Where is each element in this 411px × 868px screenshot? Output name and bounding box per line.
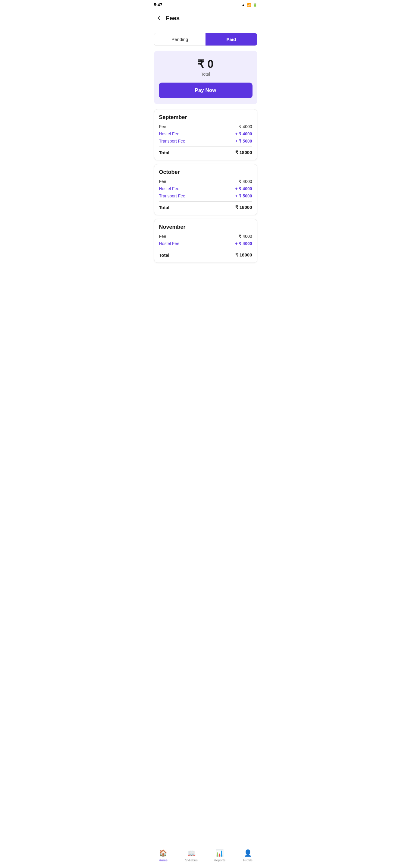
signal-icon: 📶 [247, 3, 251, 7]
addon-label: Hostel Fee [159, 186, 180, 191]
fee-total-row: Total ₹ 18000 [159, 205, 252, 210]
fee-row-addon: Transport Fee + ₹ 5000 [159, 193, 252, 198]
fee-row-base: Fee ₹ 4000 [159, 124, 252, 129]
status-time: 5:47 [154, 2, 162, 7]
addon-label: Transport Fee [159, 193, 185, 198]
reports-label: Reports [214, 858, 226, 862]
back-button[interactable] [154, 13, 164, 23]
bottom-navigation: 🏠 Home 📖 Syllabus 📊 Reports 👤 Profile [149, 846, 262, 868]
addon-amount: + ₹ 4000 [235, 131, 252, 136]
fee-label: Fee [159, 124, 166, 129]
profile-label: Profile [243, 858, 253, 862]
total-amount: ₹ 18000 [235, 150, 252, 155]
fee-amount: ₹ 4000 [239, 234, 252, 239]
wifi-icon: ▲ [241, 3, 245, 7]
reports-icon: 📊 [216, 849, 224, 857]
fee-month: November [159, 224, 252, 230]
fee-row-addon: Hostel Fee + ₹ 4000 [159, 186, 252, 191]
fee-row-addon: Hostel Fee + ₹ 4000 [159, 131, 252, 136]
addon-amount: + ₹ 5000 [235, 138, 252, 144]
fee-card-september: September Fee ₹ 4000 Hostel Fee + ₹ 4000… [154, 109, 257, 160]
fee-row-base: Fee ₹ 4000 [159, 234, 252, 239]
total-label: Total [159, 253, 170, 258]
page-header: Fees [149, 10, 262, 28]
addon-label: Hostel Fee [159, 241, 180, 246]
status-bar: 5:47 ▲ 📶 🔋 [149, 0, 262, 10]
addon-amount: + ₹ 5000 [235, 193, 252, 198]
home-icon: 🏠 [159, 849, 167, 857]
fee-summary: ₹ 0 Total Pay Now [154, 51, 257, 104]
fee-label: Fee [159, 234, 166, 239]
nav-item-reports[interactable]: 📊 Reports [205, 849, 234, 862]
fee-cards-list: September Fee ₹ 4000 Hostel Fee + ₹ 4000… [149, 104, 262, 268]
total-amount: ₹ 18000 [235, 252, 252, 258]
fee-month: September [159, 114, 252, 121]
nav-item-home[interactable]: 🏠 Home [149, 849, 178, 862]
nav-item-syllabus[interactable]: 📖 Syllabus [177, 849, 205, 862]
fee-row-base: Fee ₹ 4000 [159, 179, 252, 184]
fee-divider [159, 201, 252, 202]
tab-paid[interactable]: Paid [205, 33, 257, 45]
fees-tabs: Pending Paid [154, 33, 257, 46]
total-label: Total [159, 72, 253, 76]
total-amount: ₹ 18000 [235, 205, 252, 210]
fee-card-october: October Fee ₹ 4000 Hostel Fee + ₹ 4000 T… [154, 164, 257, 215]
fee-total-row: Total ₹ 18000 [159, 150, 252, 155]
addon-label: Hostel Fee [159, 131, 180, 136]
fee-amount: ₹ 4000 [239, 179, 252, 184]
fee-row-addon: Hostel Fee + ₹ 4000 [159, 241, 252, 246]
fee-divider [159, 147, 252, 147]
fee-month: October [159, 169, 252, 176]
profile-icon: 👤 [244, 849, 252, 857]
fee-divider [159, 249, 252, 249]
total-label: Total [159, 205, 170, 210]
total-amount: ₹ 0 [159, 58, 253, 70]
page-title: Fees [166, 15, 180, 22]
syllabus-icon: 📖 [187, 849, 195, 857]
pay-now-button[interactable]: Pay Now [159, 83, 253, 98]
total-label: Total [159, 150, 170, 155]
nav-item-profile[interactable]: 👤 Profile [234, 849, 262, 862]
battery-icon: 🔋 [253, 3, 257, 7]
addon-label: Transport Fee [159, 138, 185, 144]
fee-label: Fee [159, 179, 166, 184]
fee-card-november: November Fee ₹ 4000 Hostel Fee + ₹ 4000 … [154, 219, 257, 263]
syllabus-label: Syllabus [185, 858, 198, 862]
addon-amount: + ₹ 4000 [235, 241, 252, 246]
home-label: Home [159, 858, 167, 862]
tab-pending[interactable]: Pending [154, 33, 206, 45]
status-icons: ▲ 📶 🔋 [241, 3, 257, 7]
fee-total-row: Total ₹ 18000 [159, 252, 252, 258]
fee-amount: ₹ 4000 [239, 124, 252, 129]
addon-amount: + ₹ 4000 [235, 186, 252, 191]
fee-row-addon: Transport Fee + ₹ 5000 [159, 138, 252, 144]
